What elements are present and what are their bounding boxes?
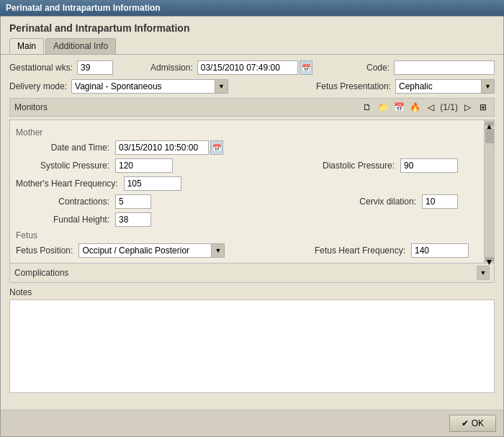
cervix-input[interactable] [422,194,458,209]
monitor-icon-2[interactable]: 📁 [377,101,390,114]
fetus-section-label: Fetus [16,230,478,240]
scroll-thumb[interactable] [485,129,494,143]
notes-section: Notes [9,287,495,395]
monitor-icon-next[interactable]: ▷ [461,101,474,114]
notes-textarea[interactable] [9,299,495,393]
notes-label: Notes [9,287,495,297]
systolic-input[interactable] [115,158,173,173]
fundal-input[interactable] [115,212,151,227]
datetime-input[interactable] [115,140,209,155]
fetus-heart-label: Fetus Heart Frequency: [315,245,405,256]
row-contractions: Contractions: Cervix dilation: [16,194,478,209]
row-pressure: Systolic Pressure: Diastolic Pressure: [16,158,478,173]
scroll-down-arrow[interactable]: ▼ [485,257,494,261]
ok-button[interactable]: ✔ OK [449,415,496,432]
fetus-position-label: Fetus Position: [16,245,73,256]
scrollable-section: Mother Date and Time: 📅 Systolic Pressur… [9,120,495,263]
ok-label: OK [472,418,484,428]
tab-additional-info[interactable]: Additional Info [45,38,116,54]
admission-input[interactable] [197,60,298,75]
admission-field: 📅 [197,60,312,75]
diastolic-input[interactable] [400,158,458,173]
fetus-position-dropdown: ▼ [78,243,225,258]
datetime-calendar-btn[interactable]: 📅 [210,140,223,155]
monitor-icon-4[interactable]: 🔥 [408,101,421,114]
fetus-presentation-dropdown: ▼ [395,79,495,94]
tabs-container: Main Additional Info [1,38,503,54]
fetus-presentation-input[interactable] [395,79,482,94]
contractions-label: Contractions: [58,197,109,207]
delivery-mode-arrow[interactable]: ▼ [215,79,228,94]
row-fundal: Fundal Height: [16,212,478,227]
code-label: Code: [366,63,390,73]
monitor-icon-1[interactable]: 🗋 [361,101,374,114]
window-title: Perinatal and Intrapartum Information [1,17,503,38]
scroll-up-arrow[interactable]: ▲ [485,122,494,126]
window: Perinatal and Intrapartum Information Ma… [0,16,504,437]
gestational-label: Gestational wks: [9,63,73,73]
row-fetus-position: Fetus Position: ▼ Fetus Heart Frequency: [16,243,478,258]
delivery-mode-label: Delivery mode: [9,81,67,91]
monitor-icon-3[interactable]: 📅 [392,101,405,114]
delivery-mode-dropdown: ▼ [71,79,228,94]
fundal-label: Fundal Height: [53,215,109,225]
heart-freq-input[interactable] [124,176,181,191]
fetus-position-input[interactable] [78,243,212,258]
code-input[interactable] [394,60,495,75]
row-heart-freq: Mother's Heart Frequency: [16,176,478,191]
monitors-pagination: (1/1) [440,102,458,112]
ok-checkmark: ✔ [462,418,469,428]
scroll-content: Mother Date and Time: 📅 Systolic Pressur… [10,120,484,263]
complications-arrow[interactable]: ▼ [477,266,490,280]
footer: ✔ OK [1,410,503,436]
admission-calendar-btn[interactable]: 📅 [300,60,312,75]
monitors-label: Monitors [14,102,48,112]
main-content: Gestational wks: Admission: 📅 Code: Deli… [1,54,503,410]
gestational-wks-input[interactable] [77,60,113,75]
mother-section-label: Mother [16,127,478,138]
complications-row: Complications ▼ [9,263,495,283]
monitors-bar: Monitors 🗋 📁 📅 🔥 ◁ (1/1) ▷ ⊞ [9,98,495,117]
complications-label: Complications [14,268,68,278]
datetime-label: Date and Time: [51,143,109,153]
fetus-position-arrow[interactable]: ▼ [212,243,225,258]
tab-main[interactable]: Main [9,38,44,54]
row-datetime: Date and Time: 📅 [16,140,478,155]
title-bar-text: Perinatal and Intrapartum Information [6,3,161,13]
monitor-icon-prev[interactable]: ◁ [424,101,437,114]
datetime-field: 📅 [115,140,223,155]
diastolic-label: Diastolic Pressure: [323,161,395,171]
admission-label: Admission: [150,63,193,73]
cervix-label: Cervix dilation: [359,197,416,207]
row-delivery: Delivery mode: ▼ Fetus Presentation: ▼ [9,79,495,94]
fetus-heart-input[interactable] [411,243,469,258]
systolic-label: Systolic Pressure: [40,161,109,171]
monitors-icons: 🗋 📁 📅 🔥 ◁ (1/1) ▷ ⊞ [361,101,490,114]
fetus-presentation-label: Fetus Presentation: [316,81,391,91]
fetus-presentation-arrow[interactable]: ▼ [482,79,495,94]
delivery-mode-input[interactable] [71,79,215,94]
scrollbar[interactable]: ▲ ▼ [484,120,494,263]
heart-freq-label: Mother's Heart Frequency: [16,179,118,189]
contractions-input[interactable] [115,194,151,209]
title-bar: Perinatal and Intrapartum Information [0,0,504,16]
monitor-icon-grid[interactable]: ⊞ [477,101,490,114]
row-gestational: Gestational wks: Admission: 📅 Code: [9,60,495,75]
